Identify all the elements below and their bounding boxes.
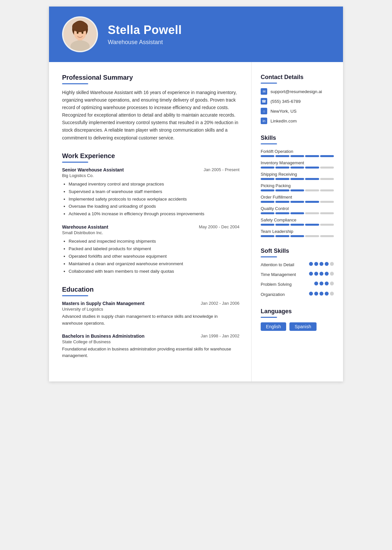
contact-container: ✉support@resumedesign.ai☎(555) 345-6789⌂…	[261, 88, 334, 124]
list-item: Achieved a 10% increase in efficiency th…	[69, 210, 239, 218]
skill-segment	[261, 167, 274, 169]
skill-item: Safety Compliance	[261, 218, 334, 226]
avatar	[62, 16, 98, 52]
skill-name: Forklift Operation	[261, 149, 334, 154]
skill-segment	[290, 201, 304, 203]
skills-section: Skills Forklift OperationInventory Manag…	[261, 135, 334, 237]
skill-segment	[290, 178, 304, 180]
skill-segment	[320, 235, 334, 237]
summary-underline	[62, 83, 88, 84]
summary-text: Highly skilled Warehouse Assistant with …	[62, 89, 239, 142]
job-dates: May 2000 - Dec 2004	[199, 224, 239, 229]
skills-underline	[261, 143, 277, 144]
skill-segment	[290, 189, 304, 191]
skill-bar	[261, 189, 334, 191]
dot	[314, 282, 318, 285]
work-experience-section: Work Experience Senior Warehouse Assista…	[62, 152, 239, 275]
soft-skill-item: Attention to Detail	[261, 262, 334, 268]
skill-name: Quality Control	[261, 206, 334, 211]
language-tag: Spanish	[289, 322, 317, 331]
skill-segment	[290, 167, 304, 169]
languages-container: EnglishSpanish	[261, 322, 334, 331]
skill-segment	[305, 212, 319, 214]
skill-segment	[320, 167, 334, 169]
dot	[309, 292, 313, 296]
side-column: Contact Details ✉support@resumedesign.ai…	[252, 62, 343, 381]
skill-bar	[261, 224, 334, 226]
skill-segment	[275, 212, 289, 214]
education-section: Education Masters in Supply Chain Manage…	[62, 286, 239, 359]
edu-dates: Jan 1998 - Jan 2002	[201, 333, 239, 338]
skill-segment	[320, 201, 334, 203]
soft-skills-section: Soft Skills Attention to DetailTime Mana…	[261, 248, 334, 298]
languages-title: Languages	[261, 308, 334, 315]
dot	[325, 282, 329, 285]
skill-segment	[275, 201, 289, 203]
skills-title: Skills	[261, 135, 334, 141]
dot	[319, 272, 323, 276]
job-title: Senior Warehouse Assistant	[62, 167, 124, 172]
soft-skill-name: Time Management	[261, 272, 296, 278]
skill-name: Shipping Receiving	[261, 172, 334, 177]
skill-segment	[320, 155, 334, 157]
svg-point-3	[72, 21, 88, 32]
soft-skills-underline	[261, 256, 277, 257]
job-dates: Jan 2005 - Present	[204, 167, 239, 172]
soft-skill-dots	[309, 272, 334, 276]
skill-bar	[261, 212, 334, 214]
skill-bar	[261, 178, 334, 180]
skill-segment	[290, 235, 304, 237]
contact-text: NewYork, US	[270, 109, 297, 114]
skill-name: Team Leadership	[261, 229, 334, 234]
dot	[319, 292, 323, 296]
soft-skill-dots	[309, 292, 334, 296]
skill-segment	[261, 189, 274, 191]
resume-container: Stella Powell Warehouse Assistant Profes…	[49, 7, 343, 381]
phone-icon: ☎	[261, 98, 267, 105]
skill-name: Safety Compliance	[261, 218, 334, 222]
contact-text: LinkedIn.com	[270, 119, 297, 123]
skill-segment	[275, 167, 289, 169]
skill-segment	[320, 178, 334, 180]
skill-segment	[320, 189, 334, 191]
list-item: Supervised a team of warehouse staff mem…	[69, 188, 239, 196]
skill-segment	[275, 189, 289, 191]
job-company: Big Logistics Co.	[62, 173, 239, 178]
skill-item: Quality Control	[261, 206, 334, 214]
skill-segment	[261, 224, 274, 226]
edu-degree: Bachelors in Business Administration	[62, 333, 144, 339]
skill-item: Shipping Receiving	[261, 172, 334, 180]
edu-container: Masters in Supply Chain ManagementJan 20…	[62, 301, 239, 359]
skill-segment	[261, 235, 274, 237]
job-item: Senior Warehouse AssistantJan 2005 - Pre…	[62, 167, 239, 218]
skill-segment	[275, 235, 289, 237]
dot	[325, 272, 329, 276]
candidate-title: Warehouse Assistant	[108, 39, 182, 46]
soft-skill-item: Organization	[261, 292, 334, 298]
contact-underline	[261, 83, 277, 84]
edu-title: Education	[62, 286, 239, 293]
skill-item: Team Leadership	[261, 229, 334, 237]
skill-segment	[261, 201, 274, 203]
summary-section: Professional Summary Highly skilled Ware…	[62, 74, 239, 142]
dot	[314, 272, 318, 276]
skill-name: Order Fulfillment	[261, 195, 334, 200]
languages-section: Languages EnglishSpanish	[261, 308, 334, 331]
skill-segment	[290, 224, 304, 226]
edu-school: State College of Business	[62, 339, 239, 344]
skill-segment	[290, 155, 304, 157]
edu-item: Masters in Supply Chain ManagementJan 20…	[62, 301, 239, 327]
summary-title: Professional Summary	[62, 74, 239, 81]
dot	[325, 292, 329, 296]
skill-segment	[275, 224, 289, 226]
contact-text: support@resumedesign.ai	[270, 89, 322, 94]
skill-item: Order Fulfillment	[261, 195, 334, 203]
skill-segment	[275, 155, 289, 157]
contact-item: ✉support@resumedesign.ai	[261, 88, 334, 95]
list-item: Received and inspected incoming shipment…	[69, 238, 239, 245]
languages-underline	[261, 317, 277, 318]
skill-segment	[290, 212, 304, 214]
soft-skill-dots	[309, 262, 334, 266]
soft-skill-name: Problem Solving	[261, 282, 292, 287]
contact-text: (555) 345-6789	[270, 99, 301, 104]
